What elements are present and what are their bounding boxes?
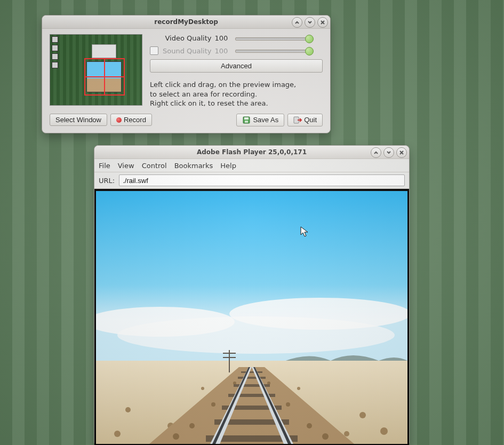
recordmydesktop-window: recordMyDesktop xyxy=(42,15,331,133)
svg-point-15 xyxy=(201,387,204,390)
svg-point-12 xyxy=(359,412,366,418)
close-button[interactable] xyxy=(396,147,407,158)
quit-label: Quit xyxy=(304,116,317,124)
flash-stage-border xyxy=(94,189,409,445)
rmd-window-controls xyxy=(292,17,328,28)
minimize-button[interactable] xyxy=(371,147,381,158)
flash-content: File View Control Bookmarks Help URL: xyxy=(94,159,409,445)
rmd-controls: Video Quality 100 Sound Quality 100 xyxy=(150,34,323,108)
rmd-body: Video Quality 100 Sound Quality 100 xyxy=(42,29,330,133)
rmd-bottom-bar: Select Window Record Save As xyxy=(50,114,323,126)
svg-point-21 xyxy=(211,402,215,407)
menu-view[interactable]: View xyxy=(118,162,134,170)
rmd-title: recordMyDesktop xyxy=(42,18,330,26)
flash-menubar: File View Control Bookmarks Help xyxy=(94,159,409,172)
svg-point-24 xyxy=(286,402,290,407)
rmd-instructions: Left click and drag, on the preview imag… xyxy=(150,80,323,108)
svg-point-13 xyxy=(380,427,388,435)
advanced-button[interactable]: Advanced xyxy=(150,59,323,73)
video-quality-value: 100 xyxy=(215,34,232,42)
video-quality-slider[interactable] xyxy=(235,35,310,42)
maximize-button[interactable] xyxy=(383,147,394,158)
svg-rect-28 xyxy=(241,371,262,373)
svg-point-9 xyxy=(125,407,131,412)
menu-file[interactable]: File xyxy=(99,162,110,170)
svg-point-20 xyxy=(189,423,195,428)
svg-rect-2 xyxy=(245,121,248,123)
svg-point-26 xyxy=(173,433,179,440)
flash-titlebar[interactable]: Adobe Flash Player 25,0,0,171 xyxy=(94,146,409,159)
save-as-button[interactable]: Save As xyxy=(236,114,284,126)
sound-quality-slider[interactable] xyxy=(235,47,310,54)
flash-urlbar: URL: xyxy=(94,172,409,189)
url-label: URL: xyxy=(99,177,115,185)
select-window-label: Select Window xyxy=(55,116,101,124)
close-button[interactable] xyxy=(317,17,328,28)
svg-point-27 xyxy=(322,433,329,440)
svg-rect-29 xyxy=(238,377,266,379)
svg-point-7 xyxy=(117,316,395,354)
record-label: Record xyxy=(124,116,146,124)
svg-point-23 xyxy=(307,423,312,428)
quit-button[interactable]: Quit xyxy=(287,114,323,126)
instructions-line: to select an area for recording. xyxy=(150,90,323,99)
minimize-button[interactable] xyxy=(292,17,302,28)
sound-quality-value: 100 xyxy=(215,47,232,55)
flash-stage[interactable] xyxy=(94,189,409,445)
save-icon xyxy=(242,116,251,124)
sound-quality-label: Sound Quality xyxy=(163,47,212,55)
instructions-line: Left click and drag, on the preview imag… xyxy=(150,80,323,90)
svg-rect-1 xyxy=(244,117,249,120)
svg-point-16 xyxy=(297,387,300,390)
instructions-line: Right click on it, to reset the area. xyxy=(150,99,323,108)
record-icon xyxy=(116,117,122,123)
video-quality-label: Video Quality xyxy=(163,34,212,42)
menu-bookmarks[interactable]: Bookmarks xyxy=(174,162,213,170)
url-input[interactable] xyxy=(119,174,405,186)
desktop-background: recordMyDesktop xyxy=(0,0,504,445)
flash-player-window: Adobe Flash Player 25,0,0,171 File View … xyxy=(94,145,410,445)
svg-point-11 xyxy=(114,431,121,437)
rmd-titlebar[interactable]: recordMyDesktop xyxy=(42,15,330,29)
flash-window-controls xyxy=(371,147,407,158)
rail-scene xyxy=(96,191,407,444)
sound-enable-checkbox[interactable] xyxy=(150,46,158,55)
menu-control[interactable]: Control xyxy=(142,162,167,170)
menu-help[interactable]: Help xyxy=(220,162,236,170)
record-button[interactable]: Record xyxy=(110,114,152,126)
save-as-label: Save As xyxy=(253,116,278,124)
quit-icon xyxy=(293,116,302,124)
recording-preview[interactable] xyxy=(50,34,142,106)
svg-point-14 xyxy=(344,431,349,436)
advanced-button-label: Advanced xyxy=(221,62,252,70)
flash-title: Adobe Flash Player 25,0,0,171 xyxy=(94,148,409,156)
maximize-button[interactable] xyxy=(305,17,315,28)
select-window-button[interactable]: Select Window xyxy=(50,114,107,126)
